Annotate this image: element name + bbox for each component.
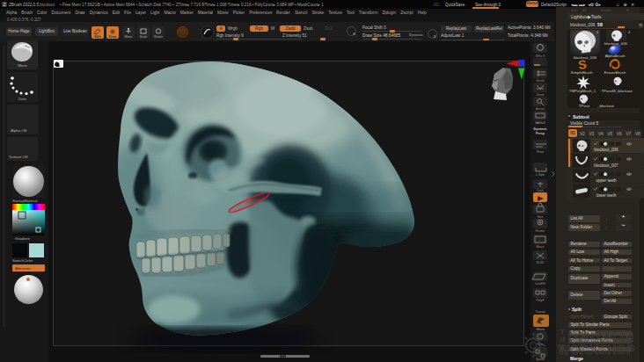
svg-text:Rotate: Rotate (154, 35, 163, 39)
svg-text:TPose: TPose (579, 104, 590, 108)
svg-text:V8: V8 (635, 131, 640, 135)
svg-text:upper teeth: upper teeth (596, 178, 617, 183)
svg-text:blockout_007: blockout_007 (594, 163, 618, 168)
svg-text:AAHalf: AAHalf (535, 121, 545, 125)
svg-text:Frame: Frame (536, 229, 545, 233)
svg-text:Floor: Floor (537, 150, 545, 154)
svg-text:Persp: Persp (536, 132, 545, 135)
svg-text:V5: V5 (607, 131, 612, 135)
svg-text:Draw: Draw (109, 35, 117, 39)
svg-text:Dots: Dots (18, 97, 27, 101)
svg-text:Move: Move (537, 245, 545, 249)
svg-text:See: See (538, 215, 543, 219)
svg-text:V3: V3 (589, 131, 594, 135)
svg-text:Zoom: Zoom (536, 93, 544, 97)
svg-text:lower teeth: lower teeth (596, 193, 617, 198)
svg-text:_blockout: _blockout (596, 104, 615, 108)
svg-text:4: 4 (628, 30, 631, 34)
svg-text:Move: Move (125, 35, 132, 39)
svg-text:Ghost: Ghost (536, 328, 545, 331)
svg-text:Move: Move (18, 63, 27, 68)
svg-text:SimpleBrush: SimpleBrush (571, 69, 593, 74)
svg-text:Transp: Transp (535, 310, 545, 314)
svg-text:Sc3D: Sc3D (537, 261, 545, 264)
svg-text:Solo: Solo (537, 343, 543, 346)
svg-text:blockout_006: blockout_006 (594, 148, 618, 152)
svg-text:L.Sym: L.Sym (536, 173, 545, 177)
svg-text:PolyF: PolyF (536, 299, 545, 302)
svg-text:LineFill: LineFill (535, 282, 545, 286)
svg-text:SPix 3: SPix 3 (536, 54, 545, 58)
svg-text:V4: V4 (598, 131, 604, 135)
svg-text:EraserBrush: EraserBrush (604, 69, 626, 74)
svg-text:Dynamic: Dynamic (534, 127, 547, 131)
svg-text:Actual: Actual (536, 107, 545, 111)
svg-text:AlphaBrush: AlphaBrush (605, 53, 626, 57)
svg-text:Edit: Edit (95, 35, 102, 39)
svg-text:TMPolyMesh_1: TMPolyMesh_1 (569, 88, 596, 92)
svg-text:Scroll: Scroll (537, 79, 545, 83)
svg-text:Lock: Lock (537, 189, 544, 192)
svg-text:Scale: Scale (140, 35, 148, 39)
svg-text:V2: V2 (580, 131, 585, 135)
svg-text:TPoseM_blockout: TPoseM_blockout (601, 88, 633, 92)
svg-text:V6: V6 (617, 131, 622, 135)
svg-text:blockout_006: blockout_006 (604, 40, 628, 45)
svg-text:V7: V7 (626, 131, 631, 135)
